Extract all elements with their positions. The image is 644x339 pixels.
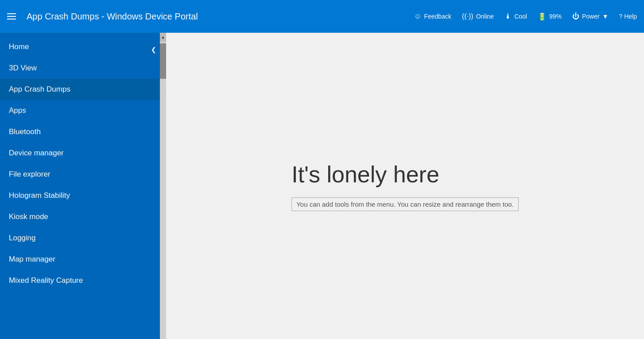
feedback-button[interactable]: ☺ Feedback [414,12,451,20]
content-area: It's lonely here You can add tools from … [166,33,644,339]
sidebar-item-map-manager[interactable]: Map manager [0,249,160,270]
online-icon: ((·)) [462,12,473,20]
main-area: ❮ Home3D ViewApp Crash DumpsAppsBluetoot… [0,33,644,339]
cool-label: Cool [514,13,527,20]
menu-icon[interactable] [7,13,16,19]
feedback-icon: ☺ [414,12,421,20]
chevron-left-icon: ❮ [151,46,156,53]
sidebar-item-kiosk-mode[interactable]: Kiosk mode [0,206,160,227]
power-icon: ⏻ [572,12,579,20]
sidebar-item-mixed-reality-capture[interactable]: Mixed Reality Capture [0,270,160,291]
sidebar-wrapper: ❮ Home3D ViewApp Crash DumpsAppsBluetoot… [0,33,166,339]
header: App Crash Dumps - Windows Device Portal … [0,0,644,33]
scroll-thumb[interactable] [160,43,166,79]
lonely-here-title: It's lonely here [291,161,439,188]
sidebar-scroll[interactable]: Home3D ViewApp Crash DumpsAppsBluetoothD… [0,33,160,291]
help-button[interactable]: ? Help [619,13,637,20]
sidebar-item-bluetooth[interactable]: Bluetooth [0,121,160,143]
battery-status: 🔋 99% [538,12,562,21]
scroll-up-button[interactable]: ▲ [160,33,166,42]
battery-label: 99% [549,13,562,20]
power-arrow: ▼ [602,13,609,20]
power-label: Power [582,13,600,20]
page-title: App Crash Dumps - Windows Device Portal [27,12,407,22]
power-button[interactable]: ⏻ Power ▼ [572,12,609,20]
help-label: ? Help [619,13,637,20]
sidebar-item-file-explorer[interactable]: File explorer [0,164,160,185]
thermometer-icon: 🌡 [504,12,512,20]
sidebar-item-logging[interactable]: Logging [0,227,160,249]
sidebar-scrollbar[interactable]: ▲ [160,33,166,339]
header-actions: ☺ Feedback ((·)) Online 🌡 Cool 🔋 99% ⏻ P… [414,12,637,21]
sidebar-item-device-manager[interactable]: Device manager [0,143,160,164]
lonely-here-subtitle: You can add tools from the menu. You can… [291,197,519,211]
online-status: ((·)) Online [462,12,494,20]
sidebar-item-3d-view[interactable]: 3D View [0,58,160,79]
feedback-label: Feedback [424,13,451,20]
temperature-status: 🌡 Cool [504,12,527,20]
online-label: Online [476,13,494,20]
sidebar-item-apps[interactable]: Apps [0,100,160,121]
sidebar-item-home[interactable]: Home [0,36,160,58]
battery-icon: 🔋 [538,12,547,21]
content-inner: It's lonely here You can add tools from … [291,161,519,211]
sidebar-item-app-crash-dumps[interactable]: App Crash Dumps [0,79,160,100]
sidebar-collapse-button[interactable]: ❮ [147,42,160,58]
sidebar-nav: ❮ Home3D ViewApp Crash DumpsAppsBluetoot… [0,33,160,339]
sidebar-item-hologram-stability[interactable]: Hologram Stability [0,185,160,206]
